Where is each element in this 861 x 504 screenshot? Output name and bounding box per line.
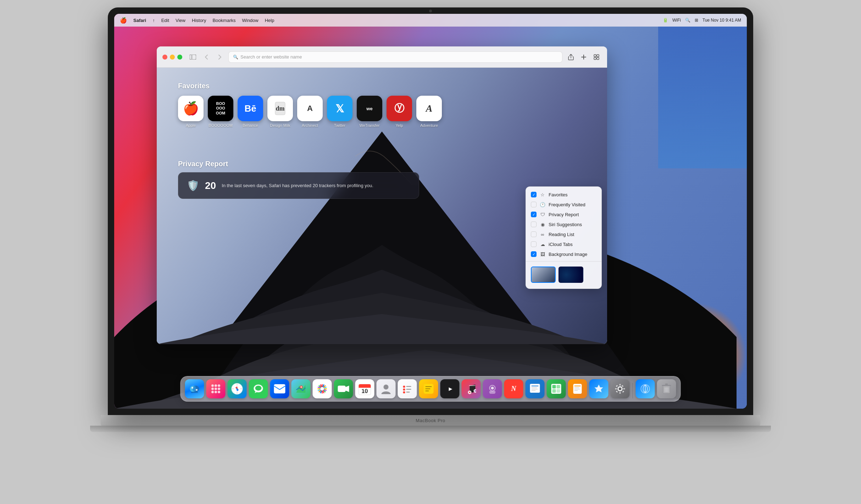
fav-item-behance[interactable]: Bē Behance (238, 96, 263, 128)
search-input[interactable]: Search or enter website name (240, 54, 302, 60)
dock-item-appletv[interactable] (440, 379, 460, 398)
checkbox-reading-list[interactable] (531, 231, 537, 237)
dock-item-launchpad[interactable] (206, 379, 226, 398)
address-bar[interactable]: 🔍 Search or enter website name (228, 51, 562, 63)
share-button[interactable] (566, 52, 576, 62)
tab-overview-button[interactable] (591, 52, 601, 62)
fav-item-apple[interactable]: 🍎 Apple (178, 96, 204, 128)
svg-point-19 (211, 388, 214, 390)
menu-help[interactable]: Help (265, 18, 274, 23)
svg-point-74 (475, 390, 476, 392)
svg-rect-94 (574, 389, 580, 390)
svg-rect-60 (406, 389, 411, 390)
customize-item-background-image[interactable]: ✓ 🖼 Background Image (526, 249, 601, 259)
dock-item-safari[interactable] (228, 379, 247, 398)
customize-label-siri-suggestions: Siri Suggestions (549, 222, 582, 227)
back-button[interactable] (201, 52, 211, 62)
favorites-section: Favorites 🍎 Apple BOOOOOOOM (178, 82, 442, 128)
svg-rect-65 (426, 388, 430, 389)
dock-item-facetime[interactable] (334, 379, 353, 398)
new-tab-button[interactable] (579, 52, 589, 62)
control-center-icon[interactable]: ⊞ (695, 18, 698, 23)
dock-item-messages[interactable] (249, 379, 268, 398)
svg-rect-6 (597, 57, 599, 60)
dock-item-news[interactable]: N (504, 379, 523, 398)
svg-rect-5 (594, 57, 596, 60)
forward-button[interactable] (215, 52, 225, 62)
svg-rect-111 (662, 385, 671, 386)
menu-bookmarks[interactable]: Bookmarks (212, 18, 235, 23)
customize-divider (526, 261, 601, 262)
svg-rect-66 (426, 391, 429, 391)
svg-rect-64 (426, 386, 432, 387)
checkbox-background-image[interactable]: ✓ (531, 251, 537, 257)
dock-item-photos[interactable] (313, 379, 332, 398)
sidebar-toggle-button[interactable] (188, 52, 198, 62)
wifi-icon: WiFi (672, 18, 681, 23)
dock-item-maps[interactable] (291, 379, 311, 398)
dock-item-appstore[interactable] (589, 379, 609, 398)
search-menubar-icon[interactable]: 🔍 (685, 18, 690, 23)
dock-item-system-preferences[interactable] (611, 379, 630, 398)
svg-point-61 (403, 391, 405, 393)
fav-icon-apple: 🍎 (178, 96, 204, 121)
checkbox-siri-suggestions[interactable] (531, 222, 537, 227)
checkbox-icloud-tabs[interactable] (531, 241, 537, 247)
fav-item-twitter[interactable]: 𝕏 Twitter (327, 96, 352, 128)
customize-item-icloud-tabs[interactable]: ☁ iCloud Tabs (526, 239, 601, 249)
fullscreen-button[interactable] (177, 55, 182, 60)
dock-item-mail[interactable] (270, 379, 289, 398)
dock-item-numbers[interactable] (547, 379, 566, 398)
fav-item-boooom[interactable]: BOOOOOOOM BOOOOOOM (208, 96, 233, 128)
menu-edit[interactable]: Edit (161, 18, 169, 23)
svg-point-12 (193, 386, 196, 392)
fav-item-wetransfer[interactable]: we WeTransfer (357, 96, 382, 128)
camera-notch (429, 10, 432, 12)
privacy-report-box[interactable]: 🛡️ 20 In the last seven days, Safari has… (178, 172, 419, 199)
fav-item-designmilk[interactable]: dm Design Milk (267, 96, 293, 128)
customize-item-favorites[interactable]: ✓ ☆ Favorites (526, 190, 601, 200)
customize-item-siri-suggestions[interactable]: ◉ Siri Suggestions (526, 219, 601, 229)
app-name[interactable]: Safari (133, 18, 146, 23)
checkbox-privacy-report[interactable]: ✓ (531, 212, 537, 217)
search-icon: 🔍 (233, 55, 238, 60)
checkbox-frequently-visited[interactable] (531, 202, 537, 207)
fav-item-yelp[interactable]: ⓨ Yelp (387, 96, 412, 128)
svg-rect-101 (615, 388, 617, 390)
bg-thumb-space[interactable] (559, 267, 583, 283)
icloud-tabs-icon: ☁ (539, 242, 546, 247)
customize-item-reading-list[interactable]: ∞ Reading List (526, 229, 601, 239)
apple-menu[interactable]: 🍎 (120, 17, 127, 24)
dock-item-keynote[interactable] (526, 379, 545, 398)
svg-rect-103 (616, 385, 618, 387)
menu-file[interactable]: ↑ (152, 18, 155, 23)
svg-rect-4 (597, 55, 599, 57)
svg-rect-82 (532, 386, 539, 386)
datetime: Tue Nov 10 9:41 AM (702, 18, 741, 23)
fav-item-archinect[interactable]: A Archinect (297, 96, 323, 128)
bg-thumb-bigsur[interactable] (531, 267, 556, 283)
dock-item-contacts[interactable] (377, 379, 396, 398)
customize-item-frequently-visited[interactable]: 🕐 Frequently Visited (526, 200, 601, 209)
dock-item-podcasts[interactable] (483, 379, 502, 398)
dock-item-trash[interactable] (657, 379, 676, 398)
dock-item-calendar[interactable]: 10NOV (355, 379, 374, 398)
dock-item-siri[interactable] (636, 379, 655, 398)
menu-view[interactable]: View (176, 18, 185, 23)
svg-point-14 (196, 389, 198, 391)
menu-history[interactable]: History (192, 18, 206, 23)
minimize-button[interactable] (170, 55, 175, 60)
fav-item-adventure[interactable]: A Adventure (416, 96, 442, 128)
dock-item-pages[interactable] (568, 379, 587, 398)
svg-rect-104 (622, 391, 624, 393)
dock-item-music[interactable] (462, 379, 481, 398)
menu-window[interactable]: Window (242, 18, 258, 23)
close-button[interactable] (162, 55, 167, 60)
dock-item-reminders[interactable] (398, 379, 417, 398)
svg-rect-99 (620, 384, 621, 386)
dock-item-finder[interactable] (185, 379, 204, 398)
checkbox-favorites[interactable]: ✓ (531, 192, 537, 197)
dock-item-notes[interactable] (419, 379, 438, 398)
customize-item-privacy-report[interactable]: ✓ 🛡 Privacy Report (526, 209, 601, 219)
svg-rect-3 (594, 55, 596, 57)
